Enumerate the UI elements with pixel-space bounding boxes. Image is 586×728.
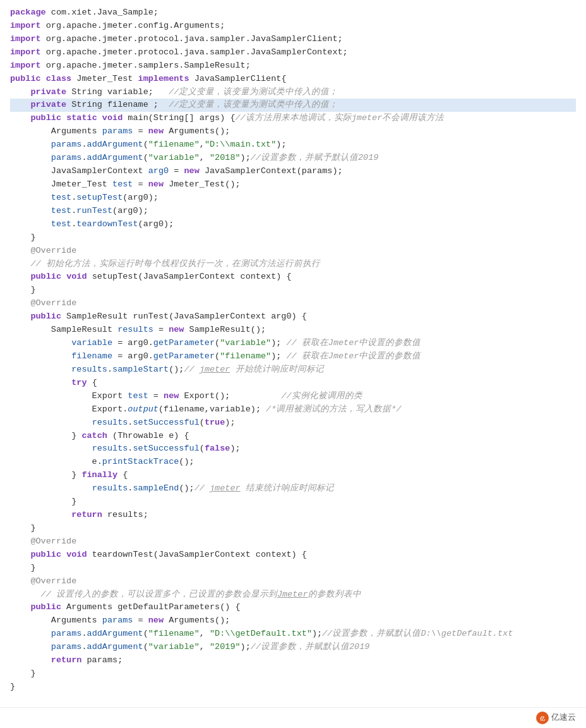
logo-icon: 亿 — [536, 712, 549, 724]
code-editor: package com.xiet.Java_Sample; import org… — [0, 0, 586, 728]
svg-text:亿: 亿 — [539, 716, 546, 722]
brand-name: 亿速云 — [551, 712, 576, 724]
brand-logo: 亿 亿速云 — [536, 712, 576, 724]
footer: 亿 亿速云 — [0, 707, 586, 728]
